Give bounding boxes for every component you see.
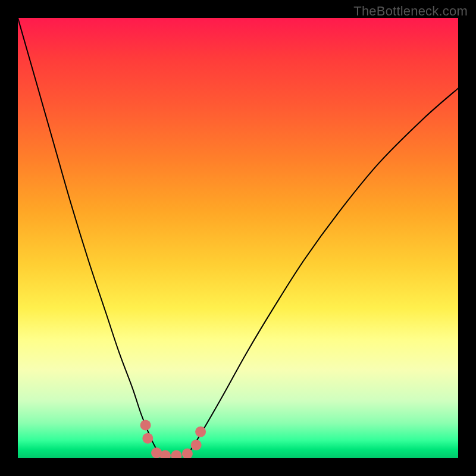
chart-frame: TheBottleneck.com (0, 0, 476, 476)
plot-area (18, 18, 458, 458)
chart-svg (18, 18, 458, 458)
markers-group (140, 420, 206, 459)
curve-right (185, 88, 458, 458)
data-marker (142, 433, 153, 444)
data-marker (171, 450, 181, 458)
curve-left (18, 18, 163, 458)
watermark-text: TheBottleneck.com (353, 4, 468, 19)
data-marker (191, 440, 202, 450)
data-marker (195, 427, 206, 437)
data-marker (140, 420, 151, 431)
